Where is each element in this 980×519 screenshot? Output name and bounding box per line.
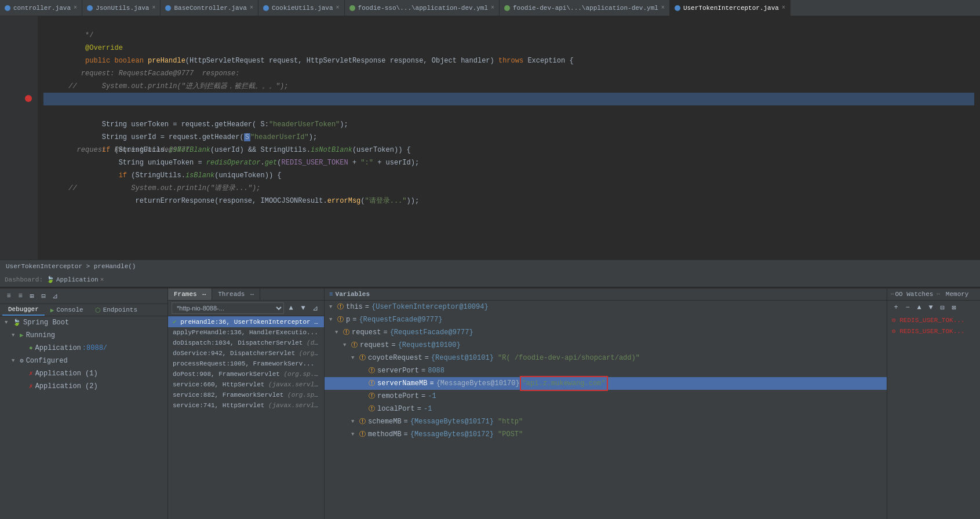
code-line: */: [43, 16, 974, 29]
var-this[interactable]: ▼ ⓕ this = {UserTokenInterceptor@10094}: [325, 301, 887, 313]
code-editor: */ @Override public boolean preHandle(Ht…: [0, 16, 980, 260]
frame-item[interactable]: applyPreHandle:136, HandlerExecutio...: [168, 327, 324, 338]
frame-item[interactable]: doService:942, DispatcherServlet (org...…: [168, 348, 324, 359]
close-icon[interactable]: ×: [782, 5, 785, 11]
tab-jsonutils[interactable]: JsonUtils.java ×: [82, 0, 161, 16]
watches-toolbar: + − ▲ ▼ ⊟ ⊠: [887, 301, 980, 315]
tab-controller[interactable]: controller.java ×: [0, 0, 82, 16]
tree-application-1[interactable]: ✗ Application (1): [0, 367, 167, 380]
close-icon[interactable]: ×: [152, 5, 155, 11]
watches-item-1[interactable]: ⊖ REDIS_USER_TOK...: [887, 315, 980, 326]
watch-up-button[interactable]: ▲: [914, 302, 924, 313]
add-watch-button[interactable]: +: [891, 302, 901, 313]
variables-tree: ▼ ⓕ this = {UserTokenInterceptor@10094} …: [325, 301, 887, 519]
tree-springboot[interactable]: ▼ 🍃 Spring Boot: [0, 316, 167, 329]
variables-panel: ≡ Variables ▼ ⓕ this = {UserTokenInterce…: [325, 288, 887, 519]
var-coyoterequest[interactable]: ▼ ⓕ coyoteRequest = {Request@10101} "R( …: [325, 352, 887, 364]
tab-basecontroller[interactable]: BaseController.java ×: [161, 0, 258, 16]
tab-debugger[interactable]: Debugger: [2, 304, 45, 316]
close-icon[interactable]: ×: [250, 5, 253, 11]
tree-configured[interactable]: ▼ ⚙ Configured: [0, 354, 167, 367]
close-icon[interactable]: ×: [661, 5, 665, 11]
code-line-breakpoint: String userId = request.getHeader(S"head…: [43, 93, 974, 105]
java-icon: [263, 5, 269, 11]
sort-button[interactable]: ≡: [3, 291, 14, 301]
dashboard-bar: Dashboard: 🍃 Application ×: [0, 272, 980, 287]
sort2-button[interactable]: ≡: [15, 291, 25, 301]
java-icon: [87, 5, 93, 11]
dashboard-app-tab[interactable]: 🍃 Application ×: [46, 276, 104, 283]
filter-button[interactable]: ⊿: [310, 303, 320, 313]
code-line: if (StringUtils.isNotBlank(userId) && St…: [43, 131, 974, 144]
var-serverport[interactable]: ⓕ serverPort = 8088: [325, 364, 887, 377]
var-p[interactable]: ▼ ⓕ p = {RequestFacade@9777}: [325, 313, 887, 326]
watches-panel: ↔ OO Watches ↔ Memory + − ▲ ▼ ⊟ ⊠ ⊖ REDI…: [887, 288, 980, 519]
tree-running[interactable]: ▼ ▶ Running: [0, 329, 167, 342]
code-line: String uniqueToken = redisOperator.get(R…: [43, 144, 974, 156]
thread-selector[interactable]: *http-nio-8088-...: [172, 302, 284, 314]
debug-sidebar: ≡ ≡ ⊞ ⊟ ⊿ Debugger ▶ Console ⬡ Endpoints…: [0, 288, 168, 519]
tree-application-running[interactable]: ● Application :8088/: [0, 342, 167, 354]
tab-sso-yaml[interactable]: foodie-sso\...\application-dev.yml ×: [345, 0, 500, 16]
tab-cookieutils[interactable]: CookieUtils.java ×: [258, 0, 345, 16]
frame-item[interactable]: service:741, HttpServlet (javax.servlet.…: [168, 400, 324, 411]
watch-expand-button[interactable]: ⊟: [937, 302, 948, 313]
breadcrumb: UserTokenInterceptor > preHandle(): [0, 260, 980, 272]
java-icon: [675, 5, 680, 11]
var-request-2[interactable]: ▼ ⓕ request = {Request@10100}: [325, 339, 887, 352]
frame-item[interactable]: service:882, FrameworkServlet (org.sp...: [168, 390, 324, 400]
tab-interceptor[interactable]: UserTokenInterceptor.java ×: [670, 0, 790, 16]
watches-item-2[interactable]: ⊖ REDIS_USER_TOK...: [887, 326, 980, 337]
java-icon: [5, 5, 10, 11]
remove-watch-button[interactable]: −: [902, 302, 913, 313]
code-line: // System.out.println("进入到拦截器，被拦截。。。");: [43, 67, 974, 80]
close-icon[interactable]: ×: [491, 5, 494, 11]
var-methodmb[interactable]: ▼ ⓕ methodMB = {MessageBytes@10172} "POS…: [325, 428, 887, 441]
code-line: returnErrorResponse(response, IMOOCJSONR…: [43, 182, 974, 195]
tab-threads[interactable]: Threads ↔: [212, 288, 260, 300]
frame-item[interactable]: processRequest:1005, FrameworkServ...: [168, 359, 324, 369]
tab-api-yaml[interactable]: foodie-dev-api\...\application-dev.yml ×: [500, 0, 670, 16]
frame-item[interactable]: doDispatch:1034, DispatcherServlet (d...: [168, 338, 324, 348]
frame-item[interactable]: doPost:908, FrameworkServlet (org.sp...: [168, 369, 324, 379]
yaml-icon: [349, 5, 355, 11]
var-request-1[interactable]: ▼ ⓕ request = {RequestFacade@9777}: [325, 326, 887, 339]
expand-button[interactable]: ⊞: [27, 291, 37, 301]
frame-item[interactable]: ✔ preHandle:36, UserTokenInterceptor ...: [168, 316, 324, 327]
var-schememb[interactable]: ▼ ⓕ schemeMB = {MessageBytes@10171} "htt…: [325, 415, 887, 428]
close-icon[interactable]: ×: [74, 5, 77, 11]
filter-button[interactable]: ⊿: [50, 291, 60, 301]
code-line: @Override: [43, 29, 974, 42]
watch-close-button[interactable]: ⊠: [949, 302, 959, 313]
var-remoteport[interactable]: ⓕ remotePort = -1: [325, 390, 887, 403]
bottom-panel-tabs: Debugger ▶ Console ⬡ Endpoints: [0, 304, 167, 316]
collapse-button[interactable]: ⊟: [38, 291, 49, 301]
code-line: [43, 54, 974, 67]
line-numbers: [0, 16, 38, 260]
frame-item[interactable]: service:660, HttpServlet (javax.servlet.…: [168, 379, 324, 390]
code-line: [43, 80, 974, 93]
down-button[interactable]: ▼: [298, 303, 308, 313]
watches-header: ↔ OO Watches ↔ Memory: [887, 288, 980, 301]
var-localport[interactable]: ⓕ localPort = -1: [325, 403, 887, 415]
code-line: // System.out.println("请登录...");: [43, 169, 974, 182]
yaml-icon: [504, 5, 510, 11]
debug-toolbar: ≡ ≡ ⊞ ⊟ ⊿: [0, 288, 167, 304]
tab-frames[interactable]: Frames ↔: [168, 288, 212, 300]
close-icon[interactable]: ×: [336, 5, 340, 11]
tab-endpoints[interactable]: ⬡ Endpoints: [89, 305, 143, 316]
debugger-tabs: Frames ↔ Threads ↔: [168, 288, 324, 301]
code-line: public boolean preHandle(HttpServletRequ…: [43, 42, 974, 54]
threads-toolbar: *http-nio-8088-... ▲ ▼ ⊿: [168, 301, 324, 316]
variables-header: ≡ Variables: [325, 288, 887, 301]
up-button[interactable]: ▲: [286, 303, 296, 313]
java-icon: [165, 5, 171, 11]
tree-application-2[interactable]: ✗ Application (2): [0, 380, 167, 393]
code-line: return false;: [43, 195, 974, 207]
code-line: [43, 118, 974, 131]
code-line: if (StringUtils.isBlank(uniqueToken)) {: [43, 156, 974, 169]
tab-console[interactable]: ▶ Console: [45, 305, 89, 316]
watch-down-button[interactable]: ▼: [926, 302, 936, 313]
code-line: String userToken = request.getHeader( S:…: [43, 105, 974, 118]
var-servernamemb[interactable]: ⓕ serverNameMB = {MessageBytes@10170} "a…: [325, 377, 887, 390]
